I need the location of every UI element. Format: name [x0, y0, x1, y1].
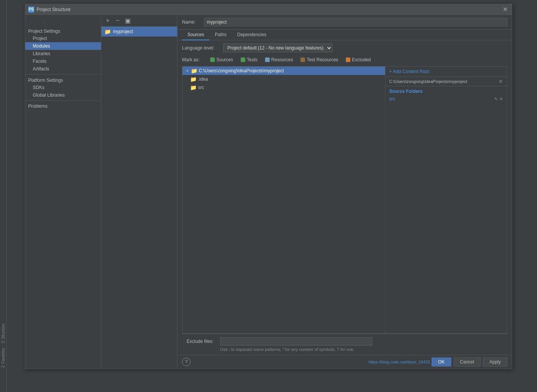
test-resources-dot	[300, 57, 305, 62]
tree-idea-label: .idea	[198, 76, 208, 82]
content-path-text: C:\Users\zongxing\IdeaProjects\myproject	[389, 79, 497, 84]
mark-as-resources-button[interactable]: Resources	[263, 56, 295, 63]
module-folder-icon: 📁	[104, 29, 111, 35]
sidebar-item-sdks[interactable]: SDKs	[25, 84, 101, 91]
sidebar-item-project[interactable]: Project	[25, 35, 101, 42]
source-folders-section: Source Folders src ✎ ✕	[385, 86, 507, 105]
project-settings-header: Project Settings	[25, 27, 101, 35]
tree-folder-idea-icon: 📁	[190, 76, 197, 82]
tree-chevron-root: ▼	[185, 69, 189, 73]
main-panel: Name: Sources Paths Dependencies Languag…	[177, 15, 512, 369]
resources-dot	[265, 57, 270, 62]
window-title: Project Structure	[37, 7, 70, 12]
status-link[interactable]: https://blog.csdn.net/iteye_10432	[369, 360, 430, 364]
right-info-panel: + Add Content Root C:\Users\zongxing\Ide…	[385, 66, 507, 334]
tab-paths[interactable]: Paths	[209, 30, 232, 40]
tabs-row: Sources Paths Dependencies	[177, 30, 512, 40]
content-area: ← → Project Settings Project Modules Lib…	[25, 15, 512, 369]
exclude-files-label: Exclude files:	[187, 339, 217, 344]
footer-buttons: OK Cancel Apply	[432, 357, 507, 367]
sidebar-divider-2	[25, 100, 101, 101]
language-level-label: Language level:	[182, 45, 220, 51]
tests-dot	[241, 57, 245, 62]
mark-as-label: Mark as:	[182, 57, 205, 62]
name-input[interactable]	[204, 18, 507, 26]
ok-button[interactable]: OK	[432, 357, 451, 367]
module-item-myproject[interactable]: 📁 myproject	[101, 27, 177, 37]
tree-item-idea[interactable]: 📁 .idea	[182, 75, 385, 83]
module-item-label: myproject	[113, 29, 133, 34]
tree-item-src[interactable]: 📁 src	[182, 83, 385, 92]
excluded-dot	[346, 57, 350, 62]
source-folder-name: src	[389, 96, 395, 102]
exclude-files-row: Exclude files:	[187, 337, 503, 346]
bottom-panel: Exclude files: Use ; to separate name pa…	[182, 334, 507, 355]
sidebar-divider	[25, 74, 101, 75]
footer: ? https://blog.csdn.net/iteye_10432 OK C…	[177, 355, 512, 369]
mark-as-excluded-button[interactable]: Excluded	[344, 56, 373, 63]
tree-folder-root-icon: 📁	[191, 68, 197, 74]
module-toolbar: + − ▣	[101, 15, 177, 27]
nav-row: ← →	[25, 16, 101, 27]
name-label: Name:	[182, 19, 201, 25]
tab-dependencies[interactable]: Dependencies	[232, 30, 272, 40]
add-content-root-link[interactable]: + Add Content Root	[389, 69, 429, 74]
project-structure-window: PS Project Structure ✕ ← → Project Setti…	[25, 4, 512, 369]
platform-settings-header: Platform Settings	[25, 76, 101, 84]
file-tree-panel: ▼ 📁 C:\Users\zongxing\IdeaProjects\mypro…	[182, 66, 385, 334]
sidebar-item-libraries[interactable]: Libraries	[25, 50, 101, 57]
tab-sources[interactable]: Sources	[182, 30, 209, 40]
vertical-tab-structure[interactable]: 2: Structure	[0, 322, 6, 345]
sidebar-item-modules[interactable]: Modules	[25, 42, 101, 50]
mark-as-sources-button[interactable]: Sources	[208, 56, 235, 63]
apply-button[interactable]: Apply	[483, 357, 507, 367]
exclude-files-input[interactable]	[220, 337, 372, 346]
tree-root-path: C:\Users\zongxing\IdeaProjects\myproject	[199, 68, 284, 73]
close-button[interactable]: ✕	[501, 6, 509, 13]
name-row: Name:	[177, 15, 512, 30]
vertical-tabs-panel: 2: Structure 2: Favorites	[0, 0, 7, 392]
forward-arrow[interactable]: →	[38, 18, 46, 25]
tree-folder-src-icon: 📁	[190, 84, 197, 91]
tree-item-root[interactable]: ▼ 📁 C:\Users\zongxing\IdeaProjects\mypro…	[182, 67, 385, 75]
remove-module-button[interactable]: −	[113, 16, 122, 25]
mark-as-row: Mark as: Sources Tests Resources	[182, 56, 507, 63]
sidebar: ← → Project Settings Project Modules Lib…	[25, 15, 101, 369]
content-path-row: C:\Users\zongxing\IdeaProjects\myproject…	[385, 77, 507, 86]
right-info-header: + Add Content Root	[385, 67, 507, 77]
exclude-hint-text: Use ; to separate name patterns, * for a…	[187, 347, 503, 352]
copy-module-button[interactable]: ▣	[123, 16, 132, 25]
language-level-row: Language level: Project default (12 - No…	[182, 43, 507, 53]
tree-src-label: src	[198, 85, 204, 90]
mark-as-tests-button[interactable]: Tests	[238, 56, 260, 63]
help-button[interactable]: ?	[182, 358, 190, 366]
edit-source-folder-button[interactable]: ✎	[494, 96, 498, 102]
title-bar: PS Project Structure ✕	[25, 4, 512, 15]
sources-dot	[210, 57, 215, 62]
sidebar-item-artifacts[interactable]: Artifacts	[25, 65, 101, 73]
module-panel: + − ▣ 📁 myproject	[101, 15, 177, 369]
vertical-tab-favorites[interactable]: 2: Favorites	[0, 346, 6, 369]
back-arrow[interactable]: ←	[28, 18, 37, 25]
add-module-button[interactable]: +	[104, 16, 112, 25]
source-folder-item-src: src ✎ ✕	[389, 96, 503, 102]
sidebar-item-global-libraries[interactable]: Global Libraries	[25, 91, 101, 99]
mark-as-test-resources-button[interactable]: Test Resources	[298, 56, 340, 63]
content-path-close-button[interactable]: ✕	[499, 78, 503, 84]
remove-source-folder-button[interactable]: ✕	[499, 96, 503, 102]
language-level-select[interactable]: Project default (12 - No new language fe…	[223, 43, 332, 53]
cancel-button[interactable]: Cancel	[454, 357, 481, 367]
sidebar-item-facets[interactable]: Facets	[25, 57, 101, 65]
split-content: ▼ 📁 C:\Users\zongxing\IdeaProjects\mypro…	[182, 66, 507, 334]
source-folders-title: Source Folders	[389, 89, 503, 94]
app-icon: PS	[28, 6, 34, 13]
panel-content: Language level: Project default (12 - No…	[177, 40, 512, 355]
sidebar-item-problems[interactable]: Problems	[25, 102, 101, 110]
